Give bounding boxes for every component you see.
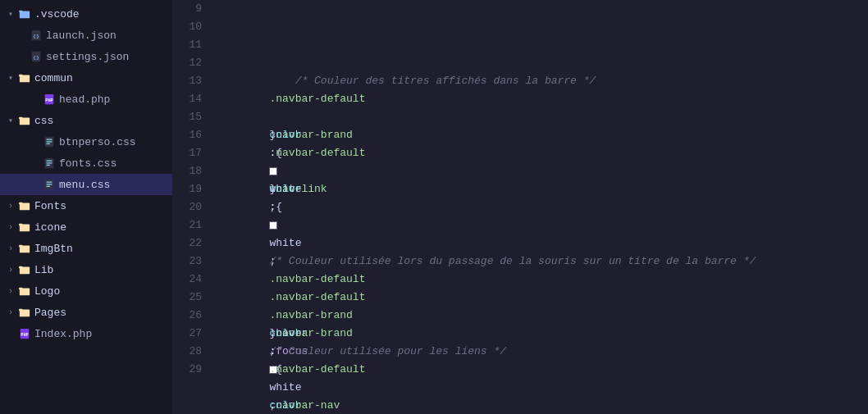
code-line-20 [218, 198, 868, 216]
chevron-icone [5, 221, 16, 233]
line-num-25: 25 [172, 289, 202, 307]
sidebar-label-lib: Lib [34, 264, 53, 276]
svg-rect-24 [47, 186, 50, 187]
sidebar-item-commun[interactable]: commun [0, 67, 172, 89]
svg-rect-12 [19, 117, 22, 120]
sidebar-label-logo: Logo [34, 285, 60, 298]
line-num-11: 11 [172, 36, 202, 54]
icone-folder-icon [18, 221, 31, 234]
svg-text:{}: {} [33, 55, 39, 61]
svg-rect-22 [47, 182, 53, 183]
sidebar-label-menu-css: menu.css [59, 179, 110, 191]
chevron-logo [5, 285, 16, 297]
line-num-22: 22 [172, 234, 202, 252]
sidebar-item-pages-folder[interactable]: Pages [0, 302, 172, 323]
code-line-12: /* Couleur des titres affichés dans la b… [218, 54, 868, 72]
svg-text:PHP: PHP [45, 98, 53, 103]
btnperso-css-icon [43, 135, 56, 148]
sidebar-item-menu-css[interactable]: menu.css [0, 174, 172, 195]
sidebar-item-fonts-folder[interactable]: Fonts [0, 195, 172, 216]
sidebar-label-settings-json: settings.json [46, 51, 129, 63]
sidebar-label-fonts-folder: Fonts [34, 200, 66, 212]
fonts-folder-icon [18, 199, 31, 212]
sidebar-item-btnperso-css[interactable]: btnperso.css [0, 131, 172, 152]
sidebar-item-launch-json[interactable]: {} launch.json [0, 25, 172, 46]
pages-folder-icon [18, 306, 31, 319]
line-num-26: 26 [172, 307, 202, 325]
svg-rect-20 [47, 165, 50, 166]
code-line-22: /* Couleur utilisée lors du passage de l… [218, 234, 868, 252]
svg-rect-14 [47, 139, 53, 140]
chevron-commun [5, 72, 16, 84]
sidebar-item-lib-folder[interactable]: Lib [0, 259, 172, 280]
sidebar-item-settings-json[interactable]: {} settings.json [0, 46, 172, 67]
sidebar-label-btnperso: btnperso.css [59, 136, 136, 148]
line-num-17: 17 [172, 144, 202, 162]
line-num-20: 20 [172, 198, 202, 216]
line-num-24: 24 [172, 271, 202, 289]
chevron-pages [5, 307, 16, 318]
chevron-fonts-folder [5, 200, 16, 212]
sidebar-label-head-php: head.php [59, 93, 110, 106]
line-num-18: 18 [172, 162, 202, 180]
sidebar-label-vscode: .vscode [34, 8, 80, 20]
sidebar-item-head-php[interactable]: PHP head.php [0, 89, 172, 110]
svg-rect-28 [19, 224, 22, 226]
line-num-28: 28 [172, 343, 202, 361]
svg-rect-16 [47, 143, 50, 144]
chevron-css-folder [5, 115, 16, 126]
settings-json-icon: {} [30, 50, 43, 63]
line-num-19: 19 [172, 180, 202, 198]
svg-rect-19 [47, 162, 53, 163]
index-php-icon: PHP [18, 327, 31, 340]
svg-text:PHP: PHP [21, 333, 28, 338]
sidebar-item-index-php[interactable]: PHP Index.php [0, 323, 172, 344]
line-num-16: 16 [172, 126, 202, 144]
chevron-vscode [5, 8, 16, 20]
sidebar-label-commun: commun [34, 72, 73, 84]
svg-rect-36 [19, 309, 22, 312]
lib-folder-icon [18, 263, 31, 276]
sidebar-item-css-folder[interactable]: css [0, 110, 172, 131]
head-php-icon: PHP [43, 93, 56, 106]
sidebar-label-launch-json: launch.json [46, 30, 116, 42]
vscode-folder-icon [18, 7, 31, 20]
sidebar-item-vscode[interactable]: .vscode [0, 3, 172, 25]
comment-22: /* Couleur utilisée lors du passage de l… [269, 255, 756, 267]
code-line-11 [218, 36, 868, 54]
fonts-css-icon [43, 157, 56, 170]
sidebar-item-icone-folder[interactable]: icone [0, 216, 172, 238]
menu-css-icon [43, 178, 56, 191]
chevron-lib [5, 264, 16, 275]
line-num-12: 12 [172, 54, 202, 72]
sidebar-item-logo-folder[interactable]: Logo [0, 280, 172, 302]
sidebar-label-pages: Pages [34, 307, 66, 319]
line-num-21: 21 [172, 216, 202, 234]
sidebar-label-imgbtn: ImgBtn [34, 243, 73, 255]
sidebar-label-css-folder: css [34, 115, 53, 127]
file-explorer: .vscode {} launch.json {} settings.json [0, 0, 172, 414]
svg-rect-26 [19, 202, 22, 205]
sidebar-item-fonts-css[interactable]: fonts.css [0, 152, 172, 174]
code-line-9 [218, 0, 868, 18]
sidebar-label-icone: icone [34, 221, 66, 234]
svg-rect-2 [19, 11, 22, 12]
code-content[interactable]: /* Couleur des titres affichés dans la b… [212, 0, 868, 414]
selector-13: .navbar-default [269, 93, 365, 105]
svg-rect-23 [47, 184, 53, 184]
line-num-14: 14 [172, 90, 202, 108]
svg-text:{}: {} [33, 34, 39, 39]
line-num-27: 27 [172, 325, 202, 343]
code-line-21 [218, 216, 868, 234]
code-line-10 [218, 18, 868, 36]
color-swatch-17 [269, 221, 277, 230]
logo-folder-icon [18, 284, 31, 298]
svg-rect-30 [19, 245, 22, 248]
line-num-10: 10 [172, 18, 202, 36]
comment-27: /* Couleur utilisée pour les liens */ [269, 345, 506, 357]
line-num-15: 15 [172, 108, 202, 126]
svg-rect-18 [47, 161, 53, 162]
code-editor: 9 10 11 12 13 14 15 16 17 18 19 20 21 22… [172, 0, 868, 414]
sidebar-item-imgbtn-folder[interactable]: ImgBtn [0, 238, 172, 259]
comment-12: /* Couleur des titres affichés dans la b… [269, 75, 596, 87]
